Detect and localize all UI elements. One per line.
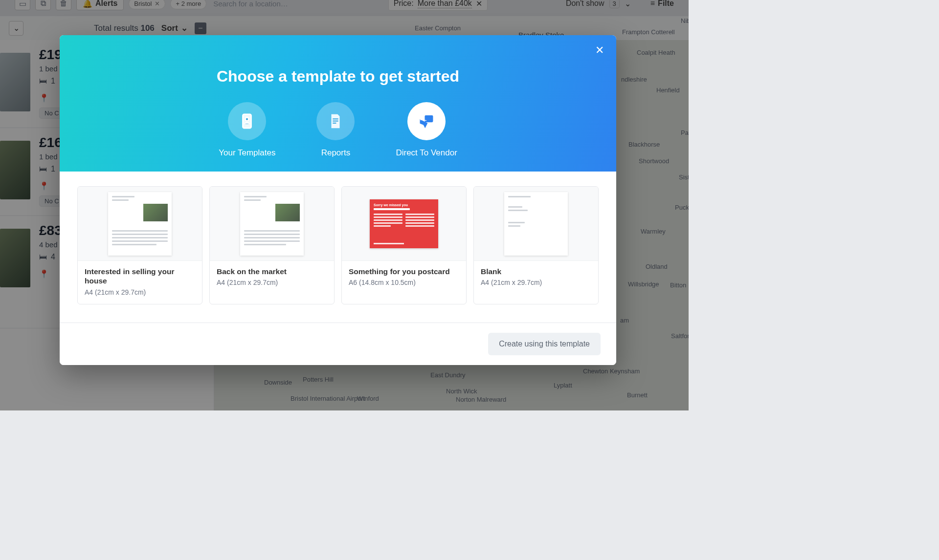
template-name: Blank — [481, 267, 591, 276]
modal-header: ✕ Choose a template to get started Your … — [60, 35, 616, 172]
template-name: Back on the market — [217, 267, 327, 276]
id-card-icon — [239, 113, 255, 129]
tab-label: Your Templates — [219, 148, 275, 158]
template-modal: ✕ Choose a template to get started Your … — [60, 35, 616, 365]
svg-rect-5 — [425, 116, 433, 122]
template-card[interactable]: Back on the market A4 (21cm x 29.7cm) — [209, 186, 335, 304]
template-name: Interested in selling your house — [85, 267, 195, 286]
create-template-button[interactable]: Create using this template — [488, 333, 601, 355]
tab-label: Direct To Vendor — [396, 148, 457, 158]
template-card[interactable]: Sorry we missed you Something for you po… — [341, 186, 467, 304]
document-icon — [327, 113, 344, 129]
template-size: A4 (21cm x 29.7cm) — [85, 288, 195, 296]
modal-footer: Create using this template — [60, 323, 616, 365]
svg-rect-4 — [333, 123, 336, 124]
tab-label: Reports — [321, 148, 351, 158]
template-preview — [210, 187, 334, 261]
template-size: A4 (21cm x 29.7cm) — [481, 279, 591, 286]
mail-send-icon — [418, 113, 435, 129]
template-card[interactable]: Blank A4 (21cm x 29.7cm) — [473, 186, 599, 304]
svg-rect-2 — [333, 118, 338, 119]
template-preview: Sorry we missed you — [342, 187, 466, 261]
tab-your-templates[interactable]: Your Templates — [219, 102, 275, 158]
modal-title: Choose a template to get started — [60, 67, 616, 86]
svg-point-1 — [246, 117, 249, 121]
templates-grid: Interested in selling your house A4 (21c… — [60, 172, 616, 323]
template-preview — [78, 187, 202, 261]
tab-direct-to-vendor[interactable]: Direct To Vendor — [396, 102, 457, 158]
template-name: Something for you postcard — [349, 267, 459, 276]
template-size: A6 (14.8cm x 10.5cm) — [349, 279, 459, 286]
template-size: A4 (21cm x 29.7cm) — [217, 279, 327, 286]
svg-rect-3 — [333, 121, 338, 122]
template-preview — [474, 187, 598, 261]
close-button[interactable]: ✕ — [594, 44, 605, 56]
template-card[interactable]: Interested in selling your house A4 (21c… — [77, 186, 202, 304]
tab-reports[interactable]: Reports — [316, 102, 355, 158]
